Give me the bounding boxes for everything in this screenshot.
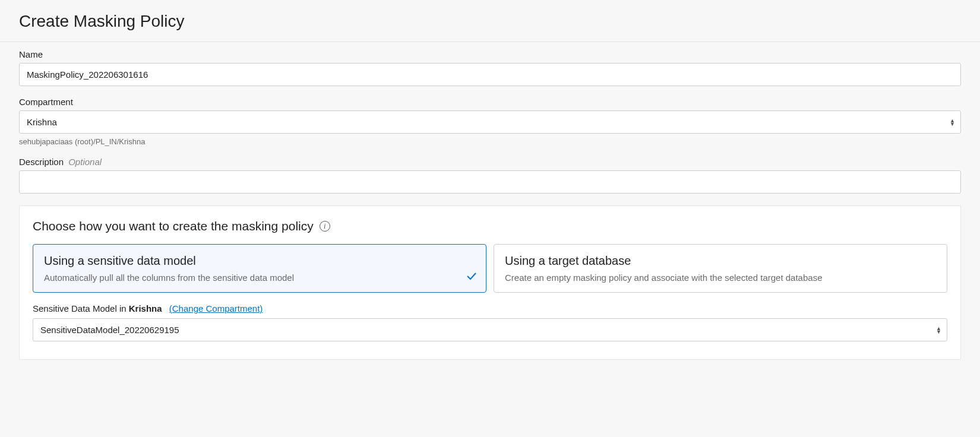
info-icon[interactable]: i (320, 221, 330, 232)
option-cards: Using a sensitive data model Automatical… (33, 244, 947, 293)
sdm-label: Sensitive Data Model in Krishna (Change … (33, 303, 947, 314)
option-card-sdm[interactable]: Using a sensitive data model Automatical… (33, 244, 486, 293)
sdm-select-wrap: SensitiveDataModel_20220629195 ▲▼ (33, 318, 947, 341)
option-card-target-db[interactable]: Using a target database Create an empty … (494, 244, 947, 293)
name-label: Name (19, 49, 961, 59)
option-card-sdm-desc: Automatically pull all the columns from … (44, 273, 475, 283)
compartment-field-group: Compartment Krishna ▲▼ sehubjapaciaas (r… (19, 97, 961, 146)
description-label: Description Optional (19, 157, 961, 167)
sdm-select[interactable]: SensitiveDataModel_20220629195 (33, 318, 947, 341)
name-input[interactable] (19, 63, 961, 86)
page-header: Create Masking Policy (0, 0, 980, 42)
name-field-group: Name (19, 49, 961, 86)
description-input[interactable] (19, 170, 961, 194)
page-title: Create Masking Policy (19, 12, 961, 31)
description-label-text: Description (19, 157, 64, 167)
change-compartment-link[interactable]: (Change Compartment) (169, 303, 263, 314)
choose-panel: Choose how you want to create the maskin… (19, 205, 961, 360)
option-card-target-db-desc: Create an empty masking policy and assoc… (505, 273, 936, 283)
sdm-compartment-name: Krishna (129, 303, 162, 314)
compartment-label: Compartment (19, 97, 961, 107)
option-card-target-db-title: Using a target database (505, 254, 936, 268)
choose-panel-title: Choose how you want to create the maskin… (33, 219, 330, 233)
compartment-path: sehubjapaciaas (root)/PL_IN/Krishna (19, 137, 961, 146)
check-icon (466, 270, 478, 284)
optional-tag: Optional (68, 157, 102, 167)
sdm-label-prefix: Sensitive Data Model in (33, 303, 129, 314)
compartment-select[interactable]: Krishna (19, 110, 961, 134)
compartment-select-wrap: Krishna ▲▼ (19, 110, 961, 134)
choose-panel-title-text: Choose how you want to create the maskin… (33, 219, 314, 233)
form-area: Name Compartment Krishna ▲▼ sehubjapacia… (0, 42, 980, 360)
description-field-group: Description Optional (19, 157, 961, 194)
option-card-sdm-title: Using a sensitive data model (44, 254, 475, 268)
